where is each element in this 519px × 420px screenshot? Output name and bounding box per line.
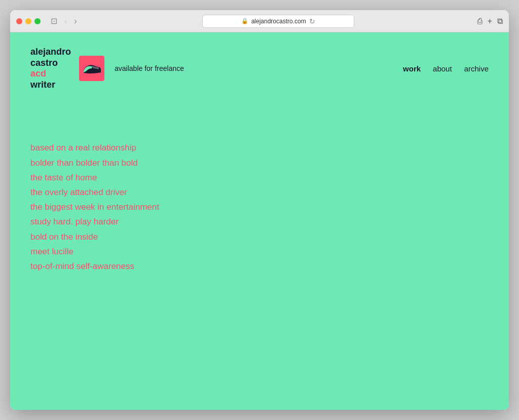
share-button[interactable]: ⎙ [477, 17, 483, 26]
work-list-item[interactable]: study hard. play harder [30, 215, 489, 228]
browser-controls: ⊡ ‹ › [49, 16, 79, 26]
sidebar-toggle-button[interactable]: ⊡ [49, 16, 59, 26]
back-button[interactable]: ‹ [62, 16, 69, 26]
logo-line4: writer [30, 80, 55, 90]
logo-line2: castro [30, 58, 58, 68]
forward-button[interactable]: › [72, 16, 79, 26]
close-button[interactable] [16, 18, 22, 24]
site-main: based on a real relationshipbolder than … [10, 100, 509, 303]
work-list-item[interactable]: meet lucille [30, 245, 489, 258]
url-display: alejandrocastro.com [251, 18, 306, 25]
logo-line1: alejandro [30, 47, 71, 57]
browser-titlebar: ⊡ ‹ › 🔒 alejandrocastro.com ↻ ⎙ + ⧉ [10, 10, 509, 32]
address-bar-container: 🔒 alejandrocastro.com ↻ [87, 15, 469, 28]
tabs-button[interactable]: ⧉ [497, 17, 503, 26]
nav-archive[interactable]: archive [464, 64, 489, 73]
available-for-freelance: available for freelance [115, 64, 184, 72]
logo-line3: acd [30, 68, 46, 79]
work-list-item[interactable]: based on a real relationship [30, 141, 489, 155]
work-list-item[interactable]: the taste of home [30, 171, 489, 184]
security-icon: 🔒 [241, 18, 248, 24]
work-list-item[interactable]: top-of-mind self-awareness [30, 259, 489, 273]
work-list: based on a real relationshipbolder than … [30, 141, 489, 273]
nav-about[interactable]: about [433, 64, 452, 73]
work-list-item[interactable]: the overly attached driver [30, 185, 489, 199]
logo-area: alejandro castro acd writer [30, 47, 184, 90]
work-list-item[interactable]: bolder than bolder than bold [30, 156, 489, 170]
site-header: alejandro castro acd writer [10, 32, 509, 100]
shoe-icon [81, 57, 103, 80]
logo-text-block: alejandro castro acd writer [30, 47, 71, 90]
browser-window: ⊡ ‹ › 🔒 alejandrocastro.com ↻ ⎙ + ⧉ alej… [10, 10, 509, 410]
work-list-item[interactable]: bold on the inside [30, 230, 489, 244]
browser-actions: ⎙ + ⧉ [477, 17, 503, 26]
new-tab-button[interactable]: + [488, 17, 492, 26]
website-content: alejandro castro acd writer [10, 32, 509, 410]
address-bar[interactable]: 🔒 alejandrocastro.com ↻ [202, 15, 354, 28]
traffic-lights [16, 18, 41, 24]
nav-work[interactable]: work [403, 64, 421, 73]
maximize-button[interactable] [34, 18, 41, 24]
work-list-item[interactable]: the biggest week in entertainment [30, 200, 489, 214]
minimize-button[interactable] [25, 18, 31, 24]
shoe-logo-graphic [79, 56, 104, 81]
main-nav: work about archive [403, 64, 489, 73]
logo-text: alejandro castro acd writer [30, 47, 71, 90]
reload-icon: ↻ [309, 17, 315, 25]
